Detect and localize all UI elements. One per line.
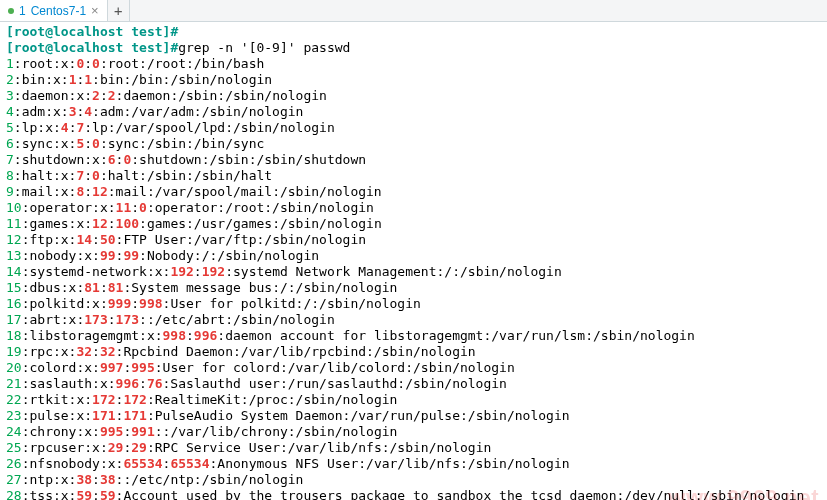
grep-match: 11 (116, 200, 132, 215)
grep-match: 192 (202, 264, 225, 279)
line-number: 22 (6, 392, 22, 407)
grep-match: 0 (139, 200, 147, 215)
line-number: 27 (6, 472, 22, 487)
output-line: 1:root:x:0:0:root:/root:/bin/bash (6, 56, 821, 72)
output-line: 25:rpcuser:x:29:29:RPC Service User:/var… (6, 440, 821, 456)
line-number: 8 (6, 168, 14, 183)
output-line: 19:rpc:x:32:32:Rpcbind Daemon:/var/lib/r… (6, 344, 821, 360)
grep-match: 100 (116, 216, 139, 231)
output-line: 22:rtkit:x:172:172:RealtimeKit:/proc:/sb… (6, 392, 821, 408)
grep-match: 65534 (170, 456, 209, 471)
line-number: 6 (6, 136, 14, 151)
status-dot-icon (8, 8, 14, 14)
grep-match: 29 (108, 440, 124, 455)
line-number: 23 (6, 408, 22, 423)
grep-match: 38 (100, 472, 116, 487)
output-line: 5:lp:x:4:7:lp:/var/spool/lpd:/sbin/nolog… (6, 120, 821, 136)
output-line: 17:abrt:x:173:173::/etc/abrt:/sbin/nolog… (6, 312, 821, 328)
grep-match: 996 (116, 376, 139, 391)
output-line: 24:chrony:x:995:991::/var/lib/chrony:/sb… (6, 424, 821, 440)
grep-match: 996 (194, 328, 217, 343)
output-line: 15:dbus:x:81:81:System message bus:/:/sb… (6, 280, 821, 296)
line-number: 16 (6, 296, 22, 311)
output-line: 12:ftp:x:14:50:FTP User:/var/ftp:/sbin/n… (6, 232, 821, 248)
output-line: 6:sync:x:5:0:sync:/sbin:/bin/sync (6, 136, 821, 152)
terminal[interactable]: [root@localhost test]# [root@localhost t… (0, 22, 827, 500)
grep-match: 81 (108, 280, 124, 295)
grep-match: 14 (76, 232, 92, 247)
output-line: 9:mail:x:8:12:mail:/var/spool/mail:/sbin… (6, 184, 821, 200)
grep-match: 171 (123, 408, 146, 423)
tab-index: 1 (19, 4, 26, 18)
prompt-line-empty: [root@localhost test]# (6, 24, 821, 40)
grep-match: 998 (163, 328, 186, 343)
grep-match: 99 (123, 248, 139, 263)
new-tab-button[interactable]: + (108, 0, 130, 21)
output-line: 23:pulse:x:171:171:PulseAudio System Dae… (6, 408, 821, 424)
grep-match: 172 (123, 392, 146, 407)
grep-match: 29 (131, 440, 147, 455)
grep-match: 38 (76, 472, 92, 487)
line-number: 24 (6, 424, 22, 439)
terminal-output: 1:root:x:0:0:root:/root:/bin/bash2:bin:x… (6, 56, 821, 500)
line-number: 11 (6, 216, 22, 231)
tab-title: Centos7-1 (31, 4, 86, 18)
tab-bar: 1 Centos7-1 × + (0, 0, 827, 22)
grep-match: 32 (76, 344, 92, 359)
output-line: 18:libstoragemgmt:x:998:996:daemon accou… (6, 328, 821, 344)
grep-match: 991 (131, 424, 154, 439)
line-number: 21 (6, 376, 22, 391)
output-line: 26:nfsnobody:x:65534:65534:Anonymous NFS… (6, 456, 821, 472)
grep-match: 4 (61, 120, 69, 135)
line-number: 17 (6, 312, 22, 327)
prompt-cwd: test (131, 24, 162, 39)
grep-match: 1 (84, 72, 92, 87)
grep-match: 6 (108, 152, 116, 167)
line-number: 3 (6, 88, 14, 103)
output-line: 10:operator:x:11:0:operator:/root:/sbin/… (6, 200, 821, 216)
line-number: 15 (6, 280, 22, 295)
grep-match: 81 (84, 280, 100, 295)
output-line: 20:colord:x:997:995:User for colord:/var… (6, 360, 821, 376)
output-line: 2:bin:x:1:1:bin:/bin:/sbin/nologin (6, 72, 821, 88)
command-text: grep -n '[0-9]' passwd (178, 40, 350, 55)
line-number: 1 (6, 56, 14, 71)
line-number: 26 (6, 456, 22, 471)
grep-match: 0 (92, 168, 100, 183)
output-line: 4:adm:x:3:4:adm:/var/adm:/sbin/nologin (6, 104, 821, 120)
grep-match: 32 (100, 344, 116, 359)
line-number: 14 (6, 264, 22, 279)
grep-match: 4 (84, 104, 92, 119)
grep-match: 2 (92, 88, 100, 103)
prompt-user-host: root@localhost (14, 24, 124, 39)
line-number: 12 (6, 232, 22, 247)
output-line: 27:ntp:x:38:38::/etc/ntp:/sbin/nologin (6, 472, 821, 488)
tab-centos[interactable]: 1 Centos7-1 × (0, 0, 108, 21)
output-line: 14:systemd-network:x:192:192:systemd Net… (6, 264, 821, 280)
line-number: 5 (6, 120, 14, 135)
output-line: 16:polkitd:x:999:998:User for polkitd:/:… (6, 296, 821, 312)
grep-match: 995 (100, 424, 123, 439)
grep-match: 65534 (123, 456, 162, 471)
output-line: 21:saslauth:x:996:76:Saslauthd user:/run… (6, 376, 821, 392)
line-number: 25 (6, 440, 22, 455)
grep-match: 0 (92, 136, 100, 151)
line-number: 2 (6, 72, 14, 87)
prompt-line-command: [root@localhost test]#grep -n '[0-9]' pa… (6, 40, 821, 56)
line-number: 7 (6, 152, 14, 167)
output-line: 8:halt:x:7:0:halt:/sbin:/sbin/halt (6, 168, 821, 184)
line-number: 28 (6, 488, 22, 500)
output-line: 13:nobody:x:99:99:Nobody:/:/sbin/nologin (6, 248, 821, 264)
grep-match: 171 (92, 408, 115, 423)
line-number: 18 (6, 328, 22, 343)
close-icon[interactable]: × (91, 4, 99, 17)
line-number: 10 (6, 200, 22, 215)
line-number: 19 (6, 344, 22, 359)
grep-match: 59 (76, 488, 92, 500)
grep-match: 12 (92, 216, 108, 231)
grep-match: 59 (100, 488, 116, 500)
grep-match: 997 (100, 360, 123, 375)
grep-match: 172 (92, 392, 115, 407)
grep-match: 99 (100, 248, 116, 263)
grep-match: 173 (84, 312, 107, 327)
